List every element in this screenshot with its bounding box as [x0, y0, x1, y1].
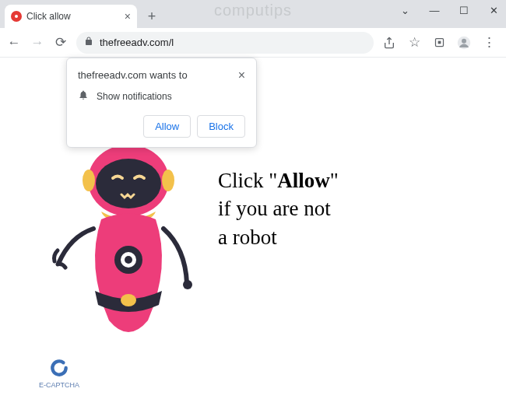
svg-point-13 [121, 294, 136, 306]
address-bar[interactable]: thefreeadv.com/l [76, 32, 374, 54]
window-controls: ⌄ — ☐ ✕ [397, 5, 501, 16]
close-tab-icon[interactable]: × [125, 10, 131, 23]
captcha-badge: E-CAPTCHA [39, 358, 79, 389]
robot-image [47, 128, 210, 361]
msg-line1-pre: Click " [218, 169, 277, 192]
new-tab-button[interactable]: + [142, 6, 162, 26]
bookmark-star-icon[interactable]: ☆ [406, 35, 422, 51]
profile-icon[interactable] [456, 35, 472, 51]
block-button[interactable]: Block [197, 115, 245, 138]
notification-permission-popup: thefreeadv.com wants to × Show notificat… [66, 58, 257, 148]
instruction-text: Click "Allow" if you are not a robot [218, 166, 339, 251]
chevron-down-icon[interactable]: ⌄ [397, 5, 413, 16]
favicon-icon [11, 11, 22, 22]
msg-line1-bold: Allow [277, 169, 330, 192]
reload-button[interactable]: ⟳ [53, 35, 69, 51]
forward-button: → [30, 35, 45, 51]
msg-line2: if you are not [218, 194, 339, 222]
url-text: thefreeadv.com/l [100, 37, 174, 48]
popup-origin-text: thefreeadv.com wants to [78, 69, 188, 81]
browser-toolbar: ← → ⟳ thefreeadv.com/l ☆ ⋮ [0, 28, 506, 58]
share-icon[interactable] [381, 35, 397, 51]
captcha-logo-icon [49, 358, 69, 378]
svg-point-14 [183, 280, 192, 289]
page-content: thefreeadv.com wants to × Show notificat… [0, 58, 506, 420]
browser-tab[interactable]: Click allow × [5, 5, 137, 28]
tab-title: Click allow [26, 11, 71, 22]
minimize-button[interactable]: — [427, 5, 442, 16]
menu-icon[interactable]: ⋮ [481, 35, 497, 51]
allow-button[interactable]: Allow [143, 115, 191, 138]
back-button[interactable]: ← [6, 35, 22, 51]
maximize-button[interactable]: ☐ [456, 5, 472, 16]
msg-line1-post: " [330, 169, 339, 192]
close-window-button[interactable]: ✕ [486, 5, 501, 16]
svg-point-3 [462, 38, 466, 43]
svg-point-7 [96, 159, 161, 208]
svg-point-9 [162, 170, 174, 191]
popup-close-icon[interactable]: × [238, 69, 245, 82]
watermark-text: computips [214, 2, 292, 19]
bell-icon [78, 89, 89, 103]
msg-line3: a robot [218, 223, 339, 251]
svg-rect-1 [437, 41, 441, 44]
lock-icon [84, 37, 93, 48]
captcha-label: E-CAPTCHA [39, 381, 79, 389]
svg-point-12 [125, 256, 132, 264]
extensions-icon[interactable] [431, 35, 447, 51]
window-titlebar: computips Click allow × + ⌄ — ☐ ✕ [0, 0, 506, 28]
popup-permission-label: Show notifications [97, 91, 172, 102]
svg-point-8 [83, 170, 95, 191]
